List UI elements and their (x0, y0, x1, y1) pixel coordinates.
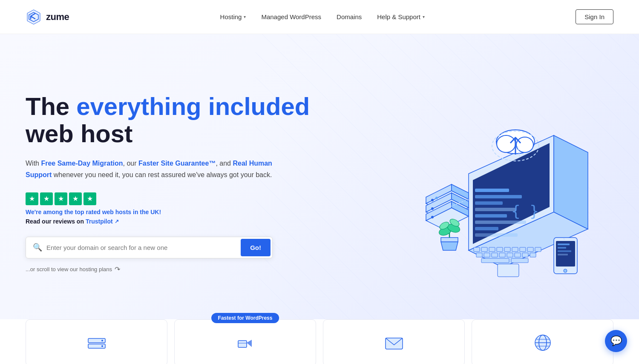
svg-rect-62 (558, 247, 566, 249)
svg-marker-53 (441, 238, 458, 242)
svg-marker-52 (441, 242, 458, 250)
star-5: ★ (83, 192, 96, 205)
search-icon: 🔍 (33, 243, 42, 252)
svg-point-72 (101, 345, 103, 347)
globe-icon (532, 330, 553, 355)
card-1 (26, 319, 167, 364)
feature-cards: Fastest for WordPress (0, 319, 639, 364)
svg-rect-23 (476, 253, 482, 257)
nav-help[interactable]: Help & Support ▾ (377, 13, 425, 20)
search-input[interactable] (46, 244, 241, 251)
star-rating: ★ ★ ★ ★ ★ (26, 192, 341, 205)
svg-rect-12 (475, 233, 518, 237)
svg-text:{ }: { } (511, 202, 539, 220)
email-icon (383, 330, 405, 355)
migration-link[interactable]: Free Same-Day Migration (41, 160, 123, 167)
nav-domains[interactable]: Domains (337, 13, 362, 20)
logo-icon (26, 9, 42, 25)
svg-rect-26 (499, 253, 505, 257)
chat-button[interactable]: 💬 (605, 330, 627, 352)
card-4 (472, 319, 613, 364)
svg-rect-7 (475, 201, 503, 205)
domain-search-bar: 🔍 Go! (26, 237, 273, 258)
svg-rect-28 (515, 253, 521, 257)
svg-rect-11 (475, 227, 498, 230)
guarantee-link[interactable]: Faster Site Guarantee™ (138, 160, 216, 167)
rated-text: We're among the top rated web hosts in t… (26, 209, 341, 215)
chevron-down-icon-2: ▾ (423, 14, 425, 19)
server-icon (86, 330, 107, 355)
svg-rect-8 (475, 208, 515, 211)
svg-rect-22 (535, 247, 541, 252)
chevron-down-icon: ▾ (244, 14, 246, 19)
card-2: Fastest for WordPress (174, 319, 316, 364)
svg-point-44 (435, 197, 438, 199)
svg-rect-19 (512, 247, 518, 252)
svg-rect-9 (475, 214, 507, 218)
star-3: ★ (55, 192, 67, 205)
logo-text: zume (46, 11, 69, 23)
svg-point-46 (431, 216, 434, 218)
hero-content: The everything included web host With Fr… (26, 93, 341, 273)
nav-links: Hosting ▾ Managed WordPress Domains Help… (220, 13, 425, 20)
scroll-arrow-icon: ↷ (115, 265, 120, 273)
external-link-icon: ↗ (115, 218, 119, 224)
svg-rect-24 (484, 253, 490, 257)
wordpress-icon (235, 330, 256, 355)
svg-rect-10 (475, 221, 526, 224)
hero-section: The everything included web host With Fr… (0, 34, 639, 324)
trustpilot-link[interactable]: Read our reviews on Trustpilot ↗ (26, 218, 341, 225)
svg-rect-5 (475, 189, 509, 192)
svg-rect-29 (522, 253, 528, 257)
svg-rect-21 (527, 247, 533, 252)
svg-rect-33 (498, 264, 519, 277)
svg-rect-18 (504, 247, 510, 252)
svg-rect-73 (238, 341, 247, 347)
svg-rect-30 (530, 253, 536, 257)
scroll-hint: ...or scroll to view our hosting plans ↷ (26, 265, 341, 273)
nav-managed-wp[interactable]: Managed WordPress (261, 13, 321, 20)
svg-rect-63 (558, 250, 571, 252)
svg-point-48 (497, 135, 515, 152)
svg-point-43 (431, 199, 434, 201)
hero-svg: { } (392, 72, 613, 293)
svg-rect-64 (558, 254, 568, 255)
svg-rect-25 (492, 253, 498, 257)
svg-rect-6 (475, 195, 522, 198)
svg-rect-32 (511, 258, 528, 263)
navbar: zume Hosting ▾ Managed WordPress Domains… (0, 0, 639, 34)
star-4: ★ (69, 192, 82, 205)
svg-point-49 (516, 137, 533, 152)
hero-title: The everything included web host (26, 93, 341, 147)
card-3 (323, 319, 465, 364)
nav-hosting[interactable]: Hosting ▾ (220, 13, 246, 20)
star-1: ★ (26, 192, 38, 205)
svg-rect-16 (489, 247, 495, 252)
svg-rect-14 (474, 247, 480, 252)
svg-rect-17 (497, 247, 503, 252)
signin-button[interactable]: Sign In (576, 9, 613, 24)
fastest-badge: Fastest for WordPress (211, 313, 279, 323)
svg-point-71 (101, 340, 103, 341)
svg-rect-15 (481, 247, 487, 252)
hero-illustration: { } (392, 72, 613, 295)
svg-rect-61 (558, 244, 570, 245)
logo[interactable]: zume (26, 9, 69, 25)
svg-point-45 (431, 207, 434, 210)
svg-marker-75 (247, 340, 252, 347)
svg-rect-20 (520, 247, 526, 252)
search-go-button[interactable]: Go! (241, 239, 271, 256)
svg-point-65 (564, 269, 567, 272)
star-2: ★ (40, 192, 53, 205)
svg-rect-31 (481, 258, 509, 263)
hero-subtitle: With Free Same-Day Migration, our Faster… (26, 158, 290, 181)
svg-rect-27 (507, 253, 513, 257)
